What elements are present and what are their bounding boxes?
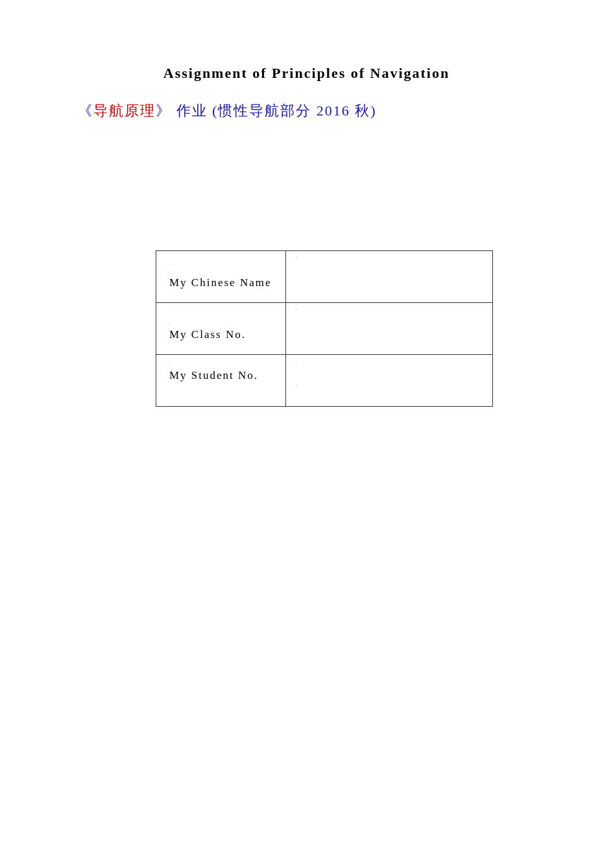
label-student-no: · My Student No. [156,355,286,407]
chinese-title: 《导航原理》 作业 (惯性导航部分 2016 秋) [65,101,548,121]
dot-marker-5: · [169,363,285,367]
label-text-chinese-name: My Chinese Name [169,276,271,289]
subtitle-content: 作业 (惯性导航部分 2016 秋) [171,102,377,119]
bracket-right: 》 [156,102,171,119]
dot-marker-6: · [296,360,492,364]
value-class-no: · [285,303,492,355]
dot-marker-1: · [169,270,285,274]
value-student-no: · · [285,355,492,407]
label-text-class-no: My Class No. [169,328,246,341]
dot-marker-4: · [296,308,492,312]
table-row: · My Student No. · · [156,355,493,407]
label-class-no: · My Class No. [156,303,286,355]
dot-marker-3: · [169,322,285,326]
dot-marker-2: · [296,256,492,260]
label-text-student-no: My Student No. [169,369,258,381]
label-chinese-name: · My Chinese Name [156,251,286,303]
value-chinese-name: · [285,251,492,303]
chinese-text: 导航原理 [93,102,156,119]
table-row: · My Class No. · [156,303,493,355]
page: Assignment of Principles of Navigation 《… [0,0,613,868]
english-title: Assignment of Principles of Navigation [65,65,548,82]
bracket-left: 《 [78,102,93,119]
info-table: · My Chinese Name · · My Class No. · [156,250,493,407]
table-row: · My Chinese Name · [156,251,493,303]
